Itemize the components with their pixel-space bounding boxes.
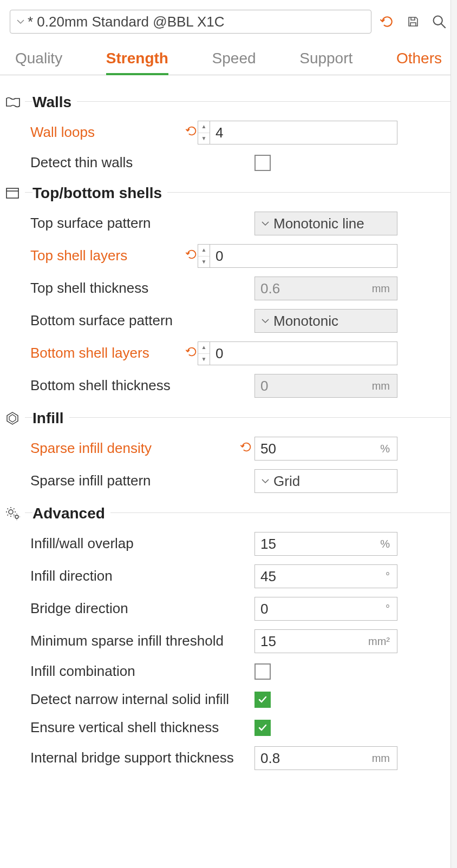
detect-thin-walls-label: Detect thin walls	[5, 154, 238, 172]
sparse-infill-pattern-label: Sparse infill pattern	[5, 472, 238, 490]
bridge-direction-input[interactable]	[254, 597, 397, 621]
infill-direction-input[interactable]	[254, 564, 397, 588]
preset-label: * 0.20mm Standard @BBL X1C	[28, 14, 225, 30]
save-icon[interactable]	[405, 14, 421, 30]
detect-narrow-internal-label: Detect narrow internal solid infill	[5, 691, 238, 709]
svg-marker-5	[9, 415, 16, 422]
internal-bridge-support-label: Internal bridge support thickness	[5, 749, 238, 767]
ensure-vertical-shell-checkbox[interactable]	[254, 720, 271, 736]
min-sparse-infill-threshold-label: Minimum sparse infill threshold	[5, 632, 238, 650]
svg-point-0	[434, 16, 442, 25]
section-topbottom: Top/bottom shells	[5, 177, 452, 207]
bottom-surface-pattern-select[interactable]: Monotonic	[254, 309, 397, 333]
shells-icon	[5, 187, 25, 199]
svg-line-1	[441, 24, 446, 28]
tab-speed[interactable]: Speed	[212, 50, 256, 75]
sparse-infill-density-label: Sparse infill density	[5, 439, 238, 458]
section-advanced: Advanced	[5, 497, 452, 528]
svg-point-6	[9, 510, 13, 514]
top-surface-pattern-select[interactable]: Monotonic line	[254, 212, 397, 235]
detect-thin-walls-checkbox[interactable]	[254, 155, 271, 171]
reset-icon[interactable]	[186, 248, 198, 264]
wall-loops-label: Wall loops	[5, 123, 186, 142]
wall-loops-input[interactable]: ▲▼	[198, 121, 397, 144]
detect-narrow-internal-checkbox[interactable]	[254, 692, 271, 708]
sparse-infill-pattern-select[interactable]: Grid	[254, 469, 397, 493]
infill-wall-overlap-input[interactable]	[254, 532, 397, 556]
infill-combination-label: Infill combination	[5, 662, 238, 681]
infill-wall-overlap-label: Infill/wall overlap	[5, 535, 238, 553]
ensure-vertical-shell-label: Ensure vertical shell thickness	[5, 719, 238, 737]
tabs: Quality Strength Speed Support Others	[0, 39, 457, 75]
svg-rect-2	[6, 188, 18, 198]
chevron-down-icon	[16, 17, 25, 27]
walls-icon	[5, 96, 25, 108]
reset-icon[interactable]	[240, 441, 252, 456]
reset-icon[interactable]	[186, 346, 198, 361]
section-walls: Walls	[5, 86, 452, 116]
chevron-down-icon	[262, 221, 269, 226]
reset-icon[interactable]	[186, 125, 198, 140]
reset-preset-icon[interactable]	[379, 14, 395, 30]
top-surface-pattern-label: Top surface pattern	[5, 214, 238, 233]
bottom-shell-layers-label: Bottom shell layers	[5, 344, 186, 363]
search-icon[interactable]	[431, 14, 447, 30]
preset-select[interactable]: * 0.20mm Standard @BBL X1C	[10, 10, 371, 34]
top-shell-layers-input[interactable]: ▲▼	[198, 244, 397, 268]
bottom-shell-thickness-label: Bottom shell thickness	[5, 377, 238, 395]
section-infill: Infill	[5, 402, 452, 432]
tab-support[interactable]: Support	[299, 50, 352, 75]
scrollbar[interactable]	[451, 0, 457, 796]
top-shell-layers-label: Top shell layers	[5, 247, 186, 265]
tab-strength[interactable]: Strength	[106, 50, 168, 75]
sparse-infill-density-input[interactable]	[254, 437, 397, 461]
gear-icon	[5, 507, 25, 521]
svg-point-7	[15, 515, 18, 518]
infill-icon	[5, 411, 25, 425]
tab-quality[interactable]: Quality	[15, 50, 62, 75]
bottom-surface-pattern-label: Bottom surface pattern	[5, 312, 238, 330]
chevron-down-icon	[262, 318, 269, 324]
tab-others[interactable]: Others	[396, 50, 442, 75]
bridge-direction-label: Bridge direction	[5, 600, 238, 618]
infill-direction-label: Infill direction	[5, 567, 238, 586]
chevron-down-icon	[262, 478, 269, 484]
infill-combination-checkbox[interactable]	[254, 663, 271, 680]
top-shell-thickness-label: Top shell thickness	[5, 279, 238, 298]
bottom-shell-layers-input[interactable]: ▲▼	[198, 341, 397, 365]
